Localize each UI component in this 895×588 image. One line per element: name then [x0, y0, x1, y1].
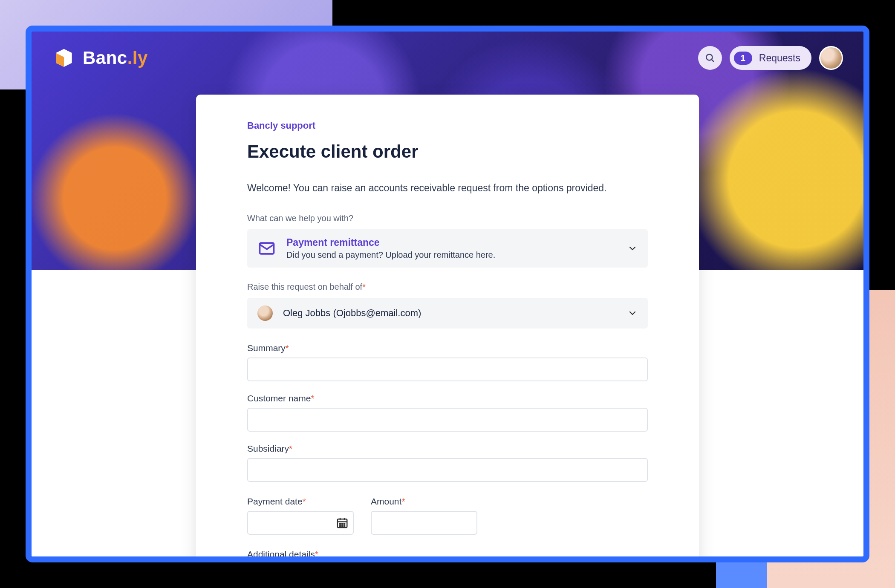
subsidiary-label: Subsidiary* [247, 444, 648, 454]
requester-avatar-icon [257, 306, 273, 321]
user-avatar[interactable] [819, 46, 843, 70]
summary-label: Summary* [247, 343, 648, 353]
mail-icon [257, 239, 276, 258]
form-card: Bancly support Execute client order Welc… [196, 95, 699, 562]
app-frame: Banc.ly 1 Requests Bancly support Execut… [26, 26, 869, 562]
requests-button[interactable]: 1 Requests [730, 46, 811, 70]
request-type-subtitle: Did you send a payment? Upload your remi… [286, 250, 495, 260]
help-section-label: What can we help you with? [247, 213, 648, 223]
summary-input[interactable] [247, 357, 648, 381]
amount-label: Amount* [371, 496, 477, 507]
top-bar: Banc.ly 1 Requests [32, 32, 863, 70]
chevron-down-icon [627, 308, 638, 318]
top-actions: 1 Requests [698, 46, 843, 70]
brand-mark-icon [52, 46, 76, 70]
request-type-select[interactable]: Payment remittance Did you send a paymen… [247, 229, 648, 268]
on-behalf-label: Raise this request on behalf of* [247, 282, 648, 292]
on-behalf-select[interactable]: Oleg Jobbs (Ojobbs@email.com) [247, 298, 648, 329]
request-type-title: Payment remittance [286, 237, 495, 248]
page-title: Execute client order [247, 141, 648, 162]
customer-name-input[interactable] [247, 408, 648, 432]
search-button[interactable] [698, 46, 722, 70]
brand-logo-group[interactable]: Banc.ly [52, 46, 148, 70]
intro-text: Welcome! You can raise an accounts recei… [247, 182, 648, 194]
subsidiary-input[interactable] [247, 458, 648, 482]
amount-input[interactable] [371, 511, 477, 535]
svg-line-1 [711, 59, 713, 61]
additional-details-label: Additional details* [247, 549, 648, 559]
customer-name-label: Customer name* [247, 393, 648, 404]
breadcrumb-link[interactable]: Bancly support [247, 120, 315, 131]
chevron-down-icon [627, 243, 638, 254]
brand-name: Banc.ly [83, 48, 148, 68]
payment-date-label: Payment date* [247, 496, 354, 507]
payment-date-input[interactable] [247, 511, 354, 535]
requests-label: Requests [759, 52, 800, 64]
requester-name: Oleg Jobbs (Ojobbs@email.com) [283, 308, 421, 319]
search-icon [704, 52, 716, 63]
requests-count-badge: 1 [734, 52, 752, 65]
